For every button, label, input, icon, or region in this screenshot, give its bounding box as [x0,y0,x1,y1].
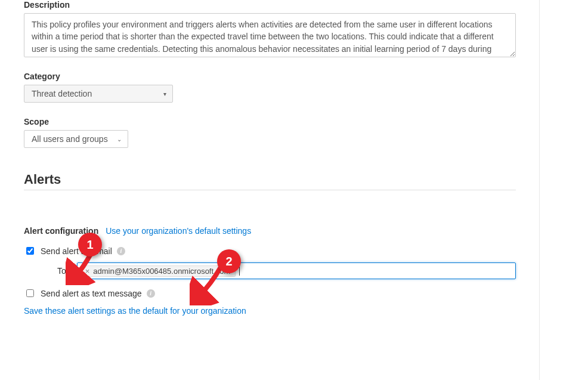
send-text-checkbox[interactable] [26,289,34,297]
scope-label: Scope [24,117,516,126]
description-field: Description This policy profiles your en… [24,0,516,57]
annotation-badge-1: 1 [78,233,102,257]
info-icon[interactable]: i [117,247,125,255]
right-gutter [539,0,588,380]
annotation-badge-2: 2 [217,249,241,273]
category-label: Category [24,72,516,81]
description-label: Description [24,0,516,10]
send-email-checkbox[interactable] [26,247,34,255]
category-selected-value: Threat detection [32,89,92,98]
chevron-down-icon: ⌄ [117,136,122,143]
caret-down-icon: ▾ [163,91,166,97]
scope-select[interactable]: All users and groups ⌄ [24,130,128,148]
email-to-row: To: × admin@M365x006485.onmicrosoft.com [57,262,516,279]
category-field: Category Threat detection ▾ [24,72,516,103]
use-defaults-link[interactable]: Use your organization's default settings [106,226,251,236]
save-defaults-row: Save these alert settings as the default… [24,306,516,316]
email-recipients-input[interactable]: × admin@M365x006485.onmicrosoft.com [77,262,516,279]
category-select[interactable]: Threat detection ▾ [24,85,173,103]
scope-selected-value: All users and groups [32,134,108,144]
send-text-row: Send alert as text message i [24,288,516,299]
description-textarea[interactable]: This policy profiles your environment an… [24,13,516,57]
description-text: This policy profiles your environment an… [32,20,494,57]
send-text-label[interactable]: Send alert as text message [41,289,142,298]
info-icon[interactable]: i [147,289,155,298]
text-cursor [239,266,240,276]
alerts-heading: Alerts [24,172,516,187]
save-defaults-link[interactable]: Save these alert settings as the default… [24,306,246,316]
alerts-divider [24,190,516,190]
scope-field: Scope All users and groups ⌄ [24,117,516,148]
alert-config-row: Alert configuration Use your organizatio… [24,226,516,236]
